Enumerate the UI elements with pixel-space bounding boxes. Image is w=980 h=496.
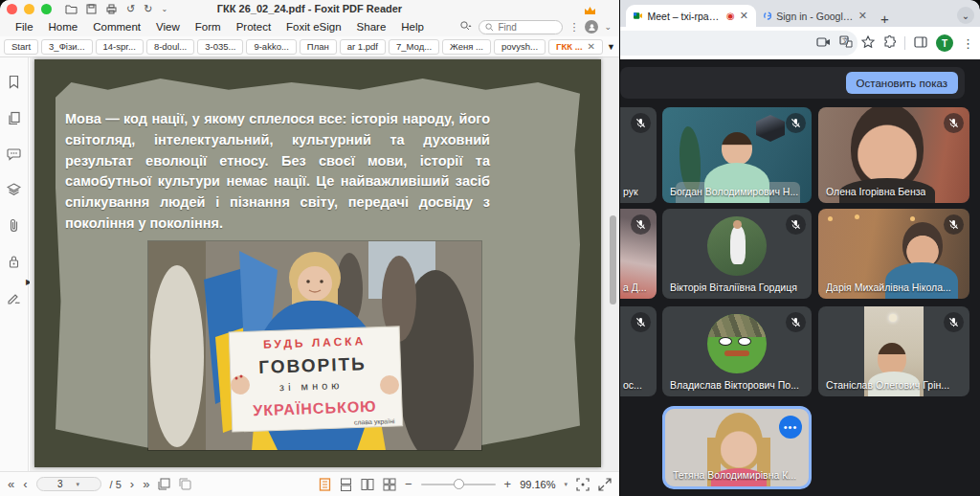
- chrome-tab-signin[interactable]: Sign in - Google Accou ✕: [756, 5, 875, 27]
- participant-tile[interactable]: Дарія Михайлівна Нікола...: [818, 209, 969, 299]
- account-avatar[interactable]: [585, 20, 598, 34]
- upgrade-crown-icon[interactable]: [584, 2, 596, 19]
- continuous-view-icon[interactable]: [340, 478, 352, 491]
- facing-view-icon[interactable]: [361, 478, 374, 491]
- single-page-view-icon[interactable]: [319, 478, 331, 491]
- vertical-scrollbar[interactable]: [610, 215, 616, 304]
- fullscreen-icon[interactable]: [598, 478, 612, 491]
- mic-off-icon: [786, 214, 806, 235]
- find-box[interactable]: [479, 20, 563, 34]
- customize-toolbar-icon[interactable]: ⌄: [161, 5, 167, 13]
- profile-photo-avatar: [707, 216, 767, 276]
- save-icon[interactable]: [86, 4, 97, 14]
- snapshot-icon[interactable]: [158, 478, 170, 490]
- zoom-in-button[interactable]: +: [504, 477, 512, 491]
- continuous-facing-view-icon[interactable]: [383, 478, 396, 491]
- close-tab-icon[interactable]: ✕: [588, 41, 595, 52]
- open-folder-icon[interactable]: [65, 4, 78, 14]
- first-page-button[interactable]: «: [8, 477, 14, 491]
- recording-indicator-icon: ◉: [726, 11, 735, 21]
- doc-tab[interactable]: 3_Фізи...: [41, 39, 92, 55]
- signature-icon[interactable]: [7, 291, 21, 304]
- collapse-toolbar-icon[interactable]: ⌄: [604, 22, 612, 32]
- pages-icon[interactable]: [8, 111, 21, 125]
- doc-tab[interactable]: 7_Мод...: [389, 39, 439, 55]
- doc-tab[interactable]: 14-spr...: [96, 39, 144, 55]
- participant-tile[interactable]: а Д...: [620, 209, 657, 299]
- new-tab-button[interactable]: +: [880, 11, 889, 27]
- print-icon[interactable]: [105, 4, 118, 14]
- zoom-slider[interactable]: [421, 484, 496, 485]
- profile-avatar[interactable]: T: [936, 34, 953, 52]
- tab-search-caret-icon[interactable]: ⌄: [957, 7, 974, 24]
- tab-list-caret-icon[interactable]: ▼: [607, 42, 615, 52]
- doc-tab[interactable]: План: [300, 39, 337, 55]
- foxit-window: ↺ ↻ ⌄ ГКК 26_02_24.pdf - Foxit PDF Reade…: [0, 0, 619, 496]
- close-tab-icon[interactable]: ✕: [858, 10, 867, 22]
- menu-protect[interactable]: Protect: [229, 21, 278, 33]
- menu-foxit-esign[interactable]: Foxit eSign: [278, 21, 349, 33]
- translate-icon[interactable]: 文: [839, 34, 853, 52]
- participant-tile[interactable]: Владислав Вікторович По...: [662, 306, 812, 396]
- comments-icon[interactable]: [7, 147, 21, 161]
- camera-access-icon[interactable]: [816, 34, 831, 52]
- zoom-slider-knob[interactable]: [454, 479, 464, 489]
- next-page-button[interactable]: ›: [130, 477, 134, 491]
- chrome-tab-meet[interactable]: Meet – txi-rpae-dck ◉ ✕: [626, 5, 756, 27]
- tile-options-button[interactable]: •••: [779, 416, 802, 439]
- bookmarks-icon[interactable]: [8, 75, 20, 89]
- doc-tab[interactable]: 3-035...: [197, 39, 243, 55]
- participant-tile[interactable]: Богдан Володимирович Н...: [662, 107, 812, 203]
- mac-minimize-button[interactable]: [24, 4, 34, 14]
- participant-tile[interactable]: Вікторія Віталіївна Гордиця: [662, 209, 812, 299]
- bookmark-star-icon[interactable]: [861, 34, 875, 52]
- menu-comment[interactable]: Comment: [85, 21, 148, 33]
- find-input[interactable]: [498, 22, 553, 33]
- presenting-banner: Остановить показ: [620, 67, 965, 99]
- participant-name: ос...: [623, 379, 642, 391]
- zoom-dropdown-caret[interactable]: ▾: [564, 481, 568, 488]
- doc-search-icon[interactable]: [459, 20, 473, 34]
- doc-tab[interactable]: 8-doul...: [146, 39, 194, 55]
- doc-tab-start[interactable]: Start: [4, 39, 38, 55]
- menu-form[interactable]: Form: [188, 21, 229, 33]
- menu-help[interactable]: Help: [393, 21, 432, 33]
- more-tools-icon[interactable]: ⋮: [568, 21, 579, 34]
- stop-presenting-button[interactable]: Остановить показ: [846, 72, 958, 94]
- chrome-menu-icon[interactable]: ⋮: [962, 36, 974, 51]
- participant-name: рук: [623, 186, 638, 197]
- security-icon[interactable]: [8, 255, 20, 269]
- clipboard-icon[interactable]: [179, 478, 191, 490]
- page-number-input[interactable]: 3▾: [36, 477, 101, 491]
- prev-page-button[interactable]: ‹: [23, 477, 27, 491]
- layers-icon[interactable]: [7, 183, 21, 196]
- redo-icon[interactable]: ↻: [144, 3, 152, 15]
- chrome-toolbar: 文 T ⋮: [620, 27, 980, 59]
- menu-share[interactable]: Share: [349, 21, 394, 33]
- doc-tab[interactable]: Женя ...: [442, 39, 491, 55]
- meme-avatar: [707, 314, 767, 373]
- undo-icon[interactable]: ↺: [126, 3, 135, 15]
- extensions-icon[interactable]: [883, 34, 896, 52]
- zoom-level[interactable]: 99.16%: [520, 479, 555, 490]
- doc-tab-active[interactable]: ГКК ...✕: [548, 39, 603, 55]
- doc-tab[interactable]: ar 1.pdf: [340, 39, 386, 55]
- participant-tile[interactable]: рук: [620, 107, 657, 203]
- doc-tab[interactable]: povysh...: [494, 39, 546, 55]
- zoom-out-button[interactable]: −: [405, 477, 412, 491]
- mac-zoom-button[interactable]: [41, 4, 52, 14]
- participant-tile[interactable]: ос...: [620, 306, 657, 396]
- doc-tab[interactable]: 9-akko...: [246, 39, 296, 55]
- close-tab-icon[interactable]: ✕: [740, 10, 748, 22]
- side-panel-icon[interactable]: [914, 34, 927, 52]
- last-page-button[interactable]: »: [143, 477, 149, 491]
- mac-close-button[interactable]: [7, 4, 17, 14]
- participant-tile[interactable]: Олена Ігорівна Бенза: [818, 107, 969, 203]
- menu-file[interactable]: File: [8, 21, 41, 33]
- fit-page-icon[interactable]: [576, 478, 590, 491]
- attachments-icon[interactable]: [8, 218, 20, 233]
- menu-view[interactable]: View: [148, 21, 188, 33]
- self-participant-tile[interactable]: ••• Тетяна Володимирівна К...: [662, 406, 812, 489]
- participant-tile[interactable]: Станіслав Олегович Грін...: [818, 306, 969, 396]
- menu-home[interactable]: Home: [41, 21, 86, 33]
